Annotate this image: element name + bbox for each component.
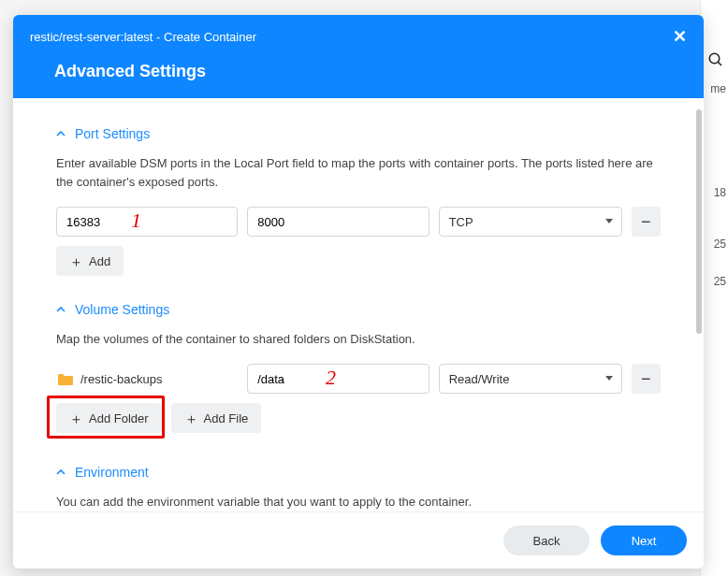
modal-title: restic/rest-server:latest - Create Conta… bbox=[30, 30, 256, 44]
background-panel: me 18 25 25 bbox=[700, 0, 728, 576]
bg-row-value: 25 bbox=[714, 224, 726, 264]
chevron-down-icon bbox=[605, 376, 613, 381]
host-folder-path[interactable]: /restic-backups bbox=[56, 364, 238, 394]
host-folder-text: /restic-backups bbox=[80, 372, 162, 386]
volume-desc: Map the volumes of the container to shar… bbox=[56, 330, 661, 349]
section-title: Port Settings bbox=[75, 126, 150, 141]
plus-icon: ＋ bbox=[184, 411, 198, 425]
folder-icon bbox=[58, 373, 73, 385]
add-file-label: Add File bbox=[204, 411, 249, 425]
container-port-input[interactable] bbox=[247, 207, 429, 237]
remove-port-button[interactable]: − bbox=[632, 207, 661, 237]
modal-subtitle: Advanced Settings bbox=[54, 62, 687, 81]
add-file-button[interactable]: ＋ Add File bbox=[171, 403, 262, 433]
mount-path-input[interactable] bbox=[247, 364, 430, 394]
chevron-up-icon bbox=[56, 305, 66, 314]
add-port-button[interactable]: ＋ Add bbox=[56, 246, 124, 276]
permission-value: Read/Write bbox=[449, 372, 510, 386]
chevron-up-icon bbox=[56, 129, 66, 138]
scrollbar[interactable] bbox=[696, 109, 702, 334]
protocol-value: TCP bbox=[449, 215, 473, 229]
add-port-label: Add bbox=[89, 254, 110, 268]
next-button[interactable]: Next bbox=[601, 526, 687, 555]
local-port-input[interactable] bbox=[56, 207, 238, 237]
minus-icon: − bbox=[641, 369, 651, 389]
section-header-env[interactable]: Environment bbox=[56, 465, 661, 480]
port-row: TCP − 1 bbox=[56, 207, 661, 237]
add-folder-button[interactable]: ＋ Add Folder bbox=[56, 403, 162, 433]
add-folder-label: Add Folder bbox=[89, 411, 149, 425]
permission-select[interactable]: Read/Write bbox=[439, 364, 622, 394]
search-icon[interactable] bbox=[707, 51, 724, 73]
modal-body: Port Settings Enter available DSM ports … bbox=[13, 98, 704, 511]
volume-row: /restic-backups Read/Write − 2 bbox=[56, 364, 661, 394]
plus-icon: ＋ bbox=[69, 254, 83, 268]
section-header-volume[interactable]: Volume Settings bbox=[56, 302, 661, 317]
chevron-down-icon bbox=[605, 219, 613, 223]
minus-icon: − bbox=[641, 212, 651, 232]
section-header-port[interactable]: Port Settings bbox=[56, 126, 661, 141]
modal-header: restic/rest-server:latest - Create Conta… bbox=[13, 15, 704, 98]
env-desc: You can add the environment variable tha… bbox=[56, 493, 661, 511]
protocol-select[interactable]: TCP bbox=[439, 207, 622, 237]
create-container-modal: restic/rest-server:latest - Create Conta… bbox=[13, 15, 704, 569]
port-desc: Enter available DSM ports in the Local P… bbox=[56, 154, 661, 192]
plus-icon: ＋ bbox=[69, 411, 83, 425]
svg-point-0 bbox=[709, 53, 720, 64]
bg-row-value: 18 bbox=[714, 173, 726, 212]
chevron-up-icon bbox=[56, 468, 66, 477]
close-icon[interactable]: ✕ bbox=[673, 28, 687, 45]
remove-volume-button[interactable]: − bbox=[632, 364, 661, 394]
modal-footer: Back Next bbox=[13, 511, 704, 569]
section-title: Environment bbox=[75, 465, 149, 480]
bg-column-label: me bbox=[710, 82, 726, 95]
section-title: Volume Settings bbox=[75, 302, 169, 317]
bg-row-value: 25 bbox=[714, 262, 726, 301]
svg-line-1 bbox=[718, 62, 721, 65]
back-button[interactable]: Back bbox=[503, 526, 590, 555]
